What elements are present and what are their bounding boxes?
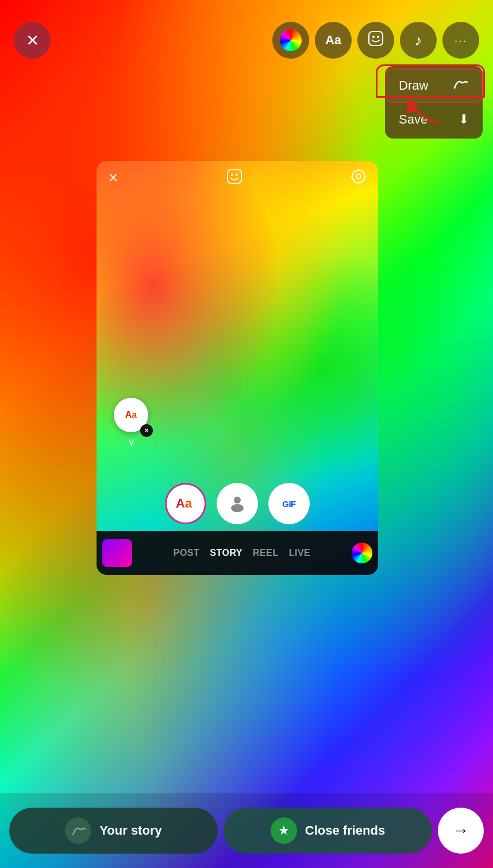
- top-bar: ✕ Aa ♪ ···: [0, 0, 493, 69]
- preview-close-button[interactable]: ✕: [108, 171, 118, 186]
- text-sticker-label: Aa: [125, 410, 137, 420]
- tab-live[interactable]: LIVE: [289, 548, 311, 558]
- share-icon: →: [453, 821, 469, 840]
- sticker-icon: [368, 30, 384, 50]
- top-icons-group: Aa ♪ ···: [272, 22, 479, 59]
- gif-action-button[interactable]: GIF: [268, 483, 310, 524]
- preview-settings-icon[interactable]: [351, 168, 367, 188]
- more-icon: ···: [455, 34, 468, 47]
- preview-action-buttons: Aa GIF: [97, 477, 378, 531]
- text-icon: Aa: [325, 33, 341, 48]
- save-label: Save: [399, 112, 427, 127]
- your-story-button[interactable]: Your story: [9, 808, 218, 854]
- text-sticker-close[interactable]: ×: [140, 424, 153, 437]
- text-sticker-bubble[interactable]: Aa ×: [114, 398, 148, 432]
- svg-rect-0: [369, 32, 383, 45]
- more-button[interactable]: ···: [442, 22, 479, 59]
- preview-card: ✕ Aa ×: [97, 161, 378, 575]
- preview-sticker-icon[interactable]: [226, 168, 242, 188]
- text-action-label: Aa: [176, 495, 195, 513]
- tab-thumbnail[interactable]: [102, 539, 132, 567]
- bottom-bar: Your story ★ Close friends →: [0, 793, 493, 868]
- music-button[interactable]: ♪: [400, 22, 437, 59]
- text-button[interactable]: Aa: [315, 22, 352, 59]
- tab-color-wheel-icon[interactable]: [352, 543, 372, 563]
- svg-point-8: [356, 174, 361, 179]
- sticker-button[interactable]: [357, 22, 394, 59]
- close-friends-button[interactable]: ★ Close friends: [224, 808, 432, 854]
- gif-label: GIF: [282, 499, 296, 509]
- text-sticker[interactable]: Aa × ∨: [114, 398, 148, 448]
- svg-text:Aa: Aa: [176, 496, 192, 510]
- sticker-chevron-icon: ∨: [114, 436, 148, 448]
- svg-point-7: [352, 170, 365, 183]
- tab-story[interactable]: STORY: [210, 548, 242, 558]
- your-story-icon: [65, 817, 91, 844]
- draw-label: Draw: [399, 78, 428, 93]
- text-action-button[interactable]: Aa: [165, 483, 206, 524]
- avatar-action-button[interactable]: [217, 483, 258, 524]
- tab-bar: POST STORY REEL LIVE: [97, 531, 378, 575]
- draw-menu-item[interactable]: Draw: [385, 68, 483, 103]
- close-friends-icon: ★: [271, 817, 297, 844]
- close-friends-label: Close friends: [305, 823, 385, 838]
- color-wheel-button[interactable]: [272, 22, 309, 59]
- svg-point-5: [231, 174, 233, 176]
- svg-point-2: [377, 36, 379, 38]
- svg-point-15: [231, 504, 244, 512]
- preview-bottom: Aa GIF: [97, 477, 378, 575]
- tab-reel[interactable]: REEL: [253, 548, 279, 558]
- share-button[interactable]: →: [438, 808, 484, 854]
- music-icon: ♪: [415, 32, 422, 49]
- svg-point-6: [236, 174, 238, 176]
- draw-icon: [453, 78, 469, 94]
- save-icon: ⬇: [459, 112, 469, 127]
- color-wheel-icon: [280, 29, 302, 51]
- svg-point-1: [372, 36, 375, 38]
- close-button[interactable]: ✕: [14, 22, 51, 59]
- save-menu-item[interactable]: Save ⬇: [385, 103, 483, 136]
- svg-point-14: [234, 497, 241, 504]
- dropdown-menu: Draw Save ⬇: [385, 66, 483, 139]
- your-story-label: Your story: [99, 823, 161, 838]
- preview-top-bar: ✕: [97, 161, 378, 195]
- tab-items: POST STORY REEL LIVE: [136, 548, 348, 558]
- svg-rect-4: [228, 170, 241, 183]
- tab-post[interactable]: POST: [174, 548, 200, 558]
